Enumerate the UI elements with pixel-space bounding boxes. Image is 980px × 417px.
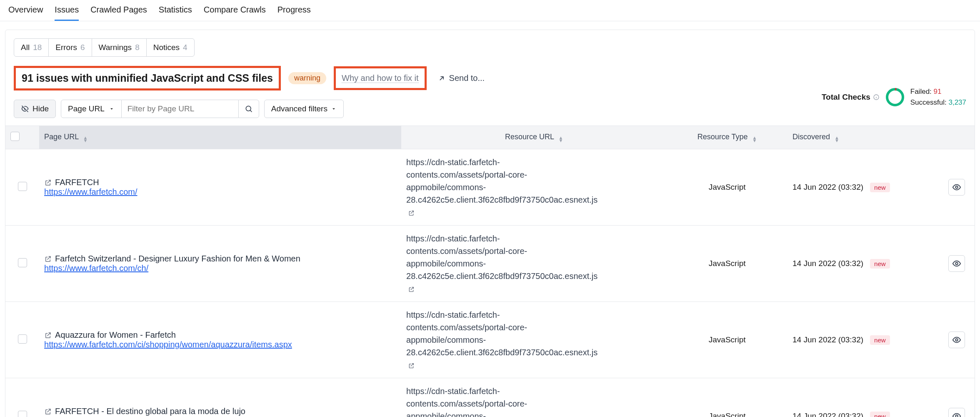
header-label: Page URL [44,133,78,141]
severity-filter-pills: All 18 Errors 6 Warnings 8 Notices 4 [14,38,195,57]
pill-errors[interactable]: Errors 6 [49,39,92,56]
header-checkbox-cell [5,126,39,149]
external-link-icon[interactable] [44,408,52,415]
failed-label: Failed: [910,88,932,95]
checks-numbers: Failed: 91 Successful: 3,237 [910,86,966,108]
tab-progress[interactable]: Progress [278,5,311,21]
pill-count: 4 [183,43,188,52]
header-resource-url[interactable]: Resource URL ▲▼ [401,126,667,149]
search-icon [245,105,253,113]
row-checkbox[interactable] [18,258,27,267]
table-row: Aquazzura for Women - Farfetch https://w… [5,302,975,378]
tab-overview[interactable]: Overview [8,5,43,21]
svg-point-4 [955,186,958,188]
issues-table-wrap: Page URL ▲▼ Resource URL ▲▼ Resource Typ… [5,126,975,417]
row-checkbox[interactable] [18,182,27,191]
pill-all[interactable]: All 18 [14,39,49,56]
select-all-checkbox[interactable] [10,132,20,141]
pill-count: 18 [33,43,42,52]
failed-row: Failed: 91 [910,86,966,97]
filter-input-group: Page URL [61,100,259,118]
tab-crawled-pages[interactable]: Crawled Pages [90,5,147,21]
pill-label: Warnings [99,43,132,52]
filter-input[interactable] [122,100,238,118]
discovered-cell: 14 Jun 2022 (03:32) new [792,259,933,269]
pill-warnings[interactable]: Warnings 8 [92,39,147,56]
fixit-highlight: Why and how to fix it [334,66,427,90]
search-button[interactable] [238,100,259,118]
external-link-icon[interactable] [408,210,415,216]
page-title-cell: FARFETCH - El destino global para la mod… [44,407,396,416]
external-link-icon[interactable] [44,255,52,263]
pill-count: 8 [135,43,140,52]
discovered-cell: 14 Jun 2022 (03:32) new [792,183,933,192]
resource-url-cell: https://cdn-static.farfetch-contents.com… [406,232,585,295]
new-badge: new [870,412,890,417]
tab-compare-crawls[interactable]: Compare Crawls [204,5,266,21]
header-page-url[interactable]: Page URL ▲▼ [39,126,401,149]
eye-icon [952,183,961,192]
success-row: Successful: 3,237 [910,97,966,108]
table-row: FARFETCH https://www.farfetch.com/ https… [5,149,975,226]
resource-url-text: https://cdn-static.farfetch-contents.com… [406,387,598,417]
issues-table: Page URL ▲▼ Resource URL ▲▼ Resource Typ… [5,126,975,417]
nav-tabs: Overview Issues Crawled Pages Statistics… [0,0,980,21]
discovered-text: 14 Jun 2022 (03:32) [792,412,863,417]
row-checkbox[interactable] [18,411,27,417]
eye-icon [952,259,961,268]
page-url-link[interactable]: https://www.farfetch.com/ci/shopping/wom… [44,340,292,349]
view-button[interactable] [948,408,965,417]
eye-icon [952,335,961,344]
total-checks-block: Total Checks Failed: 91 Success [822,86,966,108]
external-link-icon[interactable] [408,286,415,293]
select-label: Page URL [68,104,105,113]
send-to-label: Send to... [449,73,485,83]
why-and-how-link[interactable]: Why and how to fix it [342,73,419,83]
page-title-cell: FARFETCH [44,178,396,187]
info-icon[interactable] [873,94,880,100]
page-url-link[interactable]: https://www.farfetch.com/ch/ [44,264,148,273]
advanced-filters-label: Advanced filters [271,104,328,113]
controls-row: Hide Page URL Advanced filters [14,100,966,118]
total-checks-label: Total Checks [822,93,870,102]
discovered-text: 14 Jun 2022 (03:32) [792,183,863,192]
table-row: Farfetch Switzerland - Designer Luxury F… [5,226,975,302]
resource-type-cell: JavaScript [667,302,788,378]
advanced-filters-button[interactable]: Advanced filters [264,100,344,118]
filter-field-select[interactable]: Page URL [61,100,122,118]
chevron-down-icon [331,106,337,112]
discovered-text: 14 Jun 2022 (03:32) [792,259,863,268]
pill-label: Notices [153,43,180,52]
external-link-icon[interactable] [44,179,52,186]
hide-button[interactable]: Hide [14,100,56,118]
pill-count: 6 [80,43,85,52]
pill-notices[interactable]: Notices 4 [147,39,194,56]
resource-url-cell: https://cdn-static.farfetch-contents.com… [406,156,585,219]
resource-type-cell: JavaScript [667,149,788,226]
page-title-cell: Aquazzura for Women - Farfetch [44,330,396,340]
svg-point-6 [955,339,958,341]
issues-panel: All 18 Errors 6 Warnings 8 Notices 4 91 … [5,30,975,417]
row-checkbox[interactable] [18,334,27,344]
failed-value: 91 [934,88,942,95]
page-url-link[interactable]: https://www.farfetch.com/ [44,187,137,196]
view-button[interactable] [948,332,965,348]
tab-statistics[interactable]: Statistics [159,5,192,21]
page-title-text: FARFETCH - El destino global para la mod… [55,407,245,416]
new-badge: new [870,259,890,269]
table-row: FARFETCH - El destino global para la mod… [5,378,975,417]
tab-issues[interactable]: Issues [55,5,79,21]
header-discovered[interactable]: Discovered ▲▼ [788,126,938,149]
resource-url-text: https://cdn-static.farfetch-contents.com… [406,234,598,281]
send-to-button[interactable]: Send to... [438,73,485,83]
external-link-icon[interactable] [408,362,415,369]
header-resource-type[interactable]: Resource Type ▲▼ [667,126,788,149]
checks-ring-chart [885,88,905,107]
resource-type-cell: JavaScript [667,378,788,417]
success-value: 3,237 [948,98,966,106]
header-label: Discovered [792,133,830,141]
view-button[interactable] [948,179,965,196]
view-button[interactable] [948,255,965,272]
external-link-icon[interactable] [44,332,52,339]
sort-icon: ▲▼ [83,136,88,142]
